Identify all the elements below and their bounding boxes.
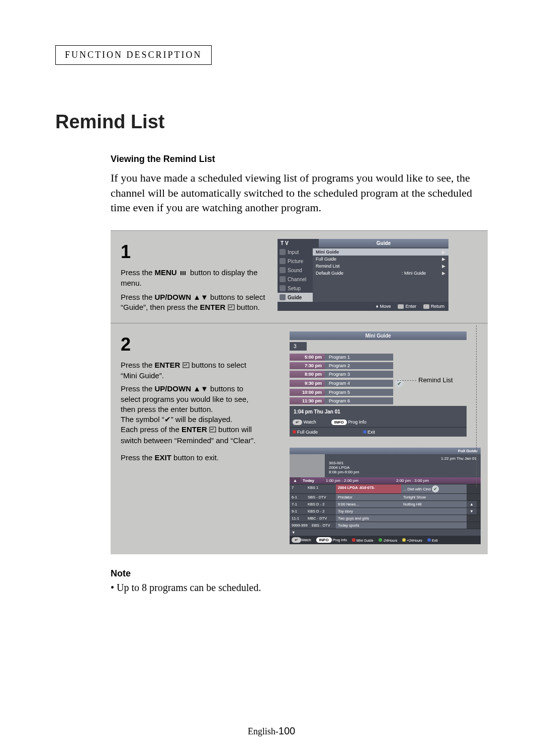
program-row[interactable]: 5:00 pmProgram 1 [290, 354, 467, 361]
schedule-row-end: ▼ [290, 529, 481, 536]
blue-dot-icon [427, 538, 431, 542]
sidebar-item-channel[interactable]: Channel [278, 275, 313, 284]
scroll-up-icon[interactable]: ▲ [467, 501, 477, 508]
sidebar-item-input[interactable]: Input [278, 247, 313, 257]
note-heading: Note [111, 568, 488, 579]
sidebar-item-setup[interactable]: Setup [278, 284, 313, 293]
mini-guide-title: Mini Guide [290, 331, 467, 340]
osd-submenu: Mini Guide▶ Full Guide▶ Remind List▶ Def… [313, 247, 448, 302]
step-2-panel: 2 Press the ENTER buttons to select “Min… [111, 323, 488, 554]
guide-icon [280, 294, 286, 300]
info-pill: INFO [331, 419, 347, 425]
osd-footer: ♦Move Enter Return [278, 302, 448, 311]
note-body: • Up to 8 programs can be scheduled. [111, 582, 488, 594]
schedule-row[interactable]: 9999-999EBS - DTVToday sports [290, 522, 481, 529]
schedule-row[interactable]: 7-1KBS D - 29:00 News…Notting Hill▲ [290, 500, 481, 508]
chevron-right-icon: ▶ [442, 249, 445, 255]
info-pill: INFO [316, 537, 332, 543]
menu-item-full-guide[interactable]: Full Guide▶ [313, 256, 448, 263]
arrow-down-icon[interactable]: ▼ [290, 529, 301, 536]
mini-guide-footer-2: Full Guide Exit [290, 427, 467, 437]
reminder-check-icon: ✔ [432, 485, 439, 492]
updown-icon: ♦ [376, 304, 379, 309]
menu-item-mini-guide[interactable]: Mini Guide▶ [313, 248, 448, 256]
section-heading-box: FUNCTION DESCRIPTION [55, 45, 212, 65]
osd-tv-label: T V [278, 239, 319, 247]
step-2-number: 2 [121, 332, 264, 357]
arrow-up-icon[interactable]: ▲ [290, 477, 301, 484]
enter-icon [209, 425, 216, 435]
enter-icon [183, 361, 190, 371]
red-dot-icon [293, 430, 296, 434]
sidebar-item-picture[interactable]: Picture [278, 257, 313, 266]
sound-icon [280, 267, 286, 273]
step-1-panel: 1 Press the MENU button to display the m… [111, 230, 488, 323]
manual-page: FUNCTION DESCRIPTION Remind List Viewing… [0, 0, 543, 756]
step-1-number: 1 [121, 240, 266, 265]
menu-item-remind-list[interactable]: Remind List▶ [313, 263, 448, 270]
hint-return: Return [423, 304, 444, 309]
osd-mini-guide: Mini Guide 3 5:00 pmProgram 1 7:30 pmPro… [276, 331, 467, 437]
program-row[interactable]: 10:00 pmProgram 5 [290, 389, 467, 396]
program-thumbnail [290, 454, 325, 477]
banner-program: 2004 LPGA [329, 465, 477, 470]
setup-icon [280, 285, 286, 291]
schedule-row[interactable]: 11-1MBC - DTVTwo guys and girls [290, 515, 481, 522]
osd-title: Guide [319, 239, 448, 247]
osd-sidebar: Input Picture Sound Channel Setup Guide [278, 247, 313, 302]
sidebar-item-sound[interactable]: Sound [278, 266, 313, 275]
enter-icon: ↵ [292, 537, 301, 543]
schedule-row[interactable]: 9-1KBS D - 2Toy story▼ [290, 508, 481, 515]
page-title: Remind List [55, 111, 488, 133]
mini-guide-footer: ↵ Watch INFO Prog Info [290, 417, 467, 427]
page-number: English-100 [0, 725, 543, 737]
schedule-header: ▲ Today 1:00 pm - 2:00 pm 2:00 pm - 3:00… [290, 477, 481, 484]
updown-icon: ▲▼ [193, 384, 210, 393]
enter-icon: ↵ [293, 419, 302, 425]
svg-rect-2 [185, 271, 186, 275]
banner-channel: 303-001 [329, 461, 477, 465]
chevron-right-icon: ▶ [442, 257, 445, 262]
callout-box [476, 325, 478, 486]
step-1-text: 1 Press the MENU button to display the m… [111, 231, 275, 323]
menu-icon [423, 304, 429, 309]
hint-move: ♦Move [376, 304, 391, 309]
menu-icon [180, 268, 187, 278]
full-guide-now: 1:22 pm Thu Jan 01 [329, 456, 477, 461]
callout-line [397, 380, 416, 381]
green-dot-icon [379, 538, 382, 542]
hint-enter: Enter [398, 304, 416, 309]
chevron-right-icon: ▶ [442, 264, 445, 269]
banner-time: 8:08 pm-9:00 pm [329, 470, 477, 474]
step-2-text: 2 Press the ENTER buttons to select “Min… [111, 323, 273, 554]
enter-icon [228, 303, 235, 313]
scroll-down-icon[interactable]: ▼ [467, 508, 477, 515]
svg-rect-0 [180, 271, 182, 275]
updown-icon: ▲▼ [193, 293, 210, 301]
full-guide-title: Full Guide [458, 449, 478, 453]
program-row[interactable]: 7:30 pmProgram 2 [290, 362, 467, 369]
blue-dot-icon [363, 430, 367, 434]
svg-rect-1 [183, 271, 184, 275]
channel-icon [280, 276, 286, 282]
menu-item-default-guide[interactable]: Default Guide: Mini Guide▶ [313, 270, 448, 277]
schedule-row[interactable]: 7 KBS 1 2004 LPGA -816·073- ... Diet wit… [290, 484, 481, 493]
input-icon [280, 249, 286, 255]
mini-guide-channel: 3 [290, 342, 307, 351]
yellow-dot-icon [402, 538, 406, 542]
chevron-right-icon: ▶ [442, 271, 445, 276]
osd-guide-menu: T V Guide Input Picture Sound Channel Se… [278, 239, 448, 311]
mini-guide-now: 1:04 pm Thu Jan 01 [290, 406, 467, 417]
enter-icon [398, 304, 404, 309]
full-guide-footer: ↵Watch INFO Prog Info Mini Guide -24Hour… [290, 536, 481, 544]
sidebar-item-guide[interactable]: Guide [278, 293, 313, 302]
program-row[interactable]: 11:30 pmProgram 6 [290, 397, 467, 404]
picture-icon [280, 258, 286, 264]
subtitle: Viewing the Remind List [111, 154, 488, 164]
schedule-row[interactable]: 6-1SBS - DTVPredatorTonight Show [290, 493, 481, 500]
callout-label: Remind List [418, 376, 453, 384]
red-dot-icon [352, 538, 355, 542]
section-heading: FUNCTION DESCRIPTION [65, 50, 202, 60]
intro-paragraph: If you have made a scheduled viewing lis… [111, 171, 488, 215]
osd-full-guide: Full Guide 1:22 pm Thu Jan 01 303-001 20… [290, 448, 481, 544]
